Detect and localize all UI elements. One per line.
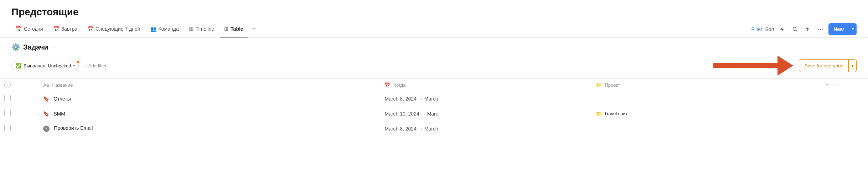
th-name-label: Название xyxy=(52,82,73,88)
row-3-checkbox[interactable] xyxy=(4,125,11,131)
th-name: Aa Название xyxy=(39,79,380,91)
search-icon xyxy=(792,27,797,32)
calendar-icon: 📅 xyxy=(87,26,93,32)
date-header-icon: 📅 xyxy=(384,82,390,88)
row-2-checkbox[interactable] xyxy=(4,110,11,116)
more-icon: ··· xyxy=(818,26,823,32)
th-date: 📅 Когда xyxy=(380,79,591,91)
table-row: ✓ Проверить Email March 8, 2024 → March xyxy=(0,121,868,136)
new-button-chevron[interactable]: ▾ xyxy=(849,23,857,35)
search-button[interactable] xyxy=(790,24,800,34)
tab-team[interactable]: 👥 Команда xyxy=(146,21,183,37)
table-header-row: ✓ Aa Название 📅 Когда xyxy=(0,79,868,91)
table-icon: ⊞ xyxy=(224,26,228,32)
tab-today[interactable]: 📅 Сегодня xyxy=(11,21,47,37)
section-header: ⚙️ Задачи ··· xyxy=(0,38,868,54)
filter-left: ✅ Выполнен: Unchecked ▾ + Add filter xyxy=(11,61,109,70)
row-3-project-cell xyxy=(591,121,819,136)
tab-tomorrow[interactable]: 📅 Завтра xyxy=(49,21,82,37)
tab-next7-label: Следующие 7 дней xyxy=(95,26,140,32)
row-1-name[interactable]: Отчеты xyxy=(53,96,71,102)
row-3-name[interactable]: Проверить Email xyxy=(54,125,93,131)
nav-tabs: 📅 Сегодня 📅 Завтра 📅 Следующие 7 дней 👥 … xyxy=(11,21,259,37)
tab-team-label: Команда xyxy=(159,26,179,32)
row-3-check-cell xyxy=(0,121,39,136)
row-2-name[interactable]: SMM xyxy=(53,111,65,117)
save-for-everyone-label[interactable]: Save for everyone xyxy=(799,60,849,72)
row-1-check-cell xyxy=(0,91,39,106)
section-more-button[interactable]: ··· xyxy=(51,44,56,50)
row-1-date-cell: March 8, 2024 → March xyxy=(380,91,591,106)
row-2-icon: 🔖 xyxy=(43,111,49,117)
th-date-label: Когда xyxy=(393,82,405,88)
team-icon: 👥 xyxy=(150,26,156,32)
share-button[interactable] xyxy=(803,24,813,34)
folder-header-icon: 📁 xyxy=(596,82,601,88)
new-button-label[interactable]: New xyxy=(828,23,849,35)
row-2-project-cell: 📁 Travel сайт xyxy=(591,106,819,121)
filter-bar: ✅ Выполнен: Unchecked ▾ + Add filter Sav… xyxy=(0,54,868,78)
timeline-icon: ▦ xyxy=(189,26,193,32)
section-title: Задачи xyxy=(23,43,48,51)
row-2-extra xyxy=(819,106,868,121)
row-3-date-cell: March 8, 2024 → March xyxy=(380,121,591,136)
th-project: 📁 Проект xyxy=(591,79,819,91)
th-check: ✓ xyxy=(0,79,39,91)
filter-button[interactable]: Filter xyxy=(751,26,762,32)
tab-tomorrow-label: Завтра xyxy=(61,26,77,32)
table-row: 🔖 Отчеты March 8, 2024 → March xyxy=(0,91,868,106)
tab-timeline[interactable]: ▦ Timeline xyxy=(185,21,218,37)
calendar-icon: 📅 xyxy=(53,26,59,32)
arrow-head xyxy=(777,56,793,76)
save-for-everyone-chevron[interactable]: ▾ xyxy=(849,60,856,72)
row-2-project-chip: 📁 Travel сайт xyxy=(596,111,627,117)
nav-actions: Filter Sort ··· xyxy=(751,23,857,35)
check-header-icon: ✓ xyxy=(4,82,11,88)
add-view-button[interactable]: + xyxy=(249,24,259,34)
section-icon: ⚙️ xyxy=(11,43,20,51)
filter-chip-label: Выполнен: Unchecked xyxy=(24,63,71,68)
row-1-name-cell: 🔖 Отчеты xyxy=(39,91,380,106)
save-for-everyone-button[interactable]: Save for everyone ▾ xyxy=(799,59,857,72)
page-title: Предстоящие xyxy=(0,0,868,21)
project-folder-icon: 📁 xyxy=(596,111,602,117)
table-wrapper: ✓ Aa Название 📅 Когда xyxy=(0,78,868,194)
arrow-shaft xyxy=(713,63,777,68)
page-wrapper: Предстоящие 📅 Сегодня 📅 Завтра 📅 Следующ… xyxy=(0,0,868,194)
row-2-date-cell: March 10, 2024 → Marc xyxy=(380,106,591,121)
row-2-date: March 10, 2024 → Marc xyxy=(384,111,438,117)
new-button[interactable]: New ▾ xyxy=(828,23,857,35)
add-column-icon[interactable]: + xyxy=(823,82,831,88)
filter-chip-completed[interactable]: ✅ Выполнен: Unchecked ▾ xyxy=(11,61,79,70)
arrow-indicator xyxy=(713,56,793,76)
row-3-icon: ✓ xyxy=(43,126,50,132)
add-filter-button[interactable]: + Add filter xyxy=(82,62,109,70)
tab-table-label: Table xyxy=(231,26,243,32)
row-1-extra xyxy=(819,91,868,106)
more-button[interactable]: ··· xyxy=(816,24,826,34)
more-columns-icon[interactable]: ··· xyxy=(832,82,841,88)
tab-next7[interactable]: 📅 Следующие 7 дней xyxy=(83,21,145,37)
row-3-date: March 8, 2024 → March xyxy=(384,126,438,132)
row-1-checkbox[interactable] xyxy=(4,95,11,101)
sort-button[interactable]: Sort xyxy=(765,26,775,32)
th-add-col[interactable]: + ··· xyxy=(819,79,868,91)
row-3-extra xyxy=(819,121,868,136)
row-1-project-cell xyxy=(591,91,819,106)
svg-line-1 xyxy=(796,30,797,31)
nav-bar: 📅 Сегодня 📅 Завтра 📅 Следующие 7 дней 👥 … xyxy=(0,21,868,38)
row-2-check-cell xyxy=(0,106,39,121)
row-1-icon: 🔖 xyxy=(43,96,49,102)
share-icon xyxy=(805,27,810,32)
filter-chip-chevron: ▾ xyxy=(73,64,75,68)
row-1-date: March 8, 2024 → March xyxy=(384,96,438,102)
save-everyone-wrapper: Save for everyone ▾ xyxy=(713,56,857,76)
lightning-icon xyxy=(780,27,785,32)
tab-table[interactable]: ⊞ Table xyxy=(220,21,248,37)
row-2-project: Travel сайт xyxy=(604,111,627,116)
row-3-name-cell: ✓ Проверить Email xyxy=(39,121,380,136)
check-circle-icon: ✅ xyxy=(15,63,21,68)
th-project-label: Проект xyxy=(605,82,620,88)
lightning-button[interactable] xyxy=(777,24,787,34)
filter-chip-dot xyxy=(77,61,79,63)
